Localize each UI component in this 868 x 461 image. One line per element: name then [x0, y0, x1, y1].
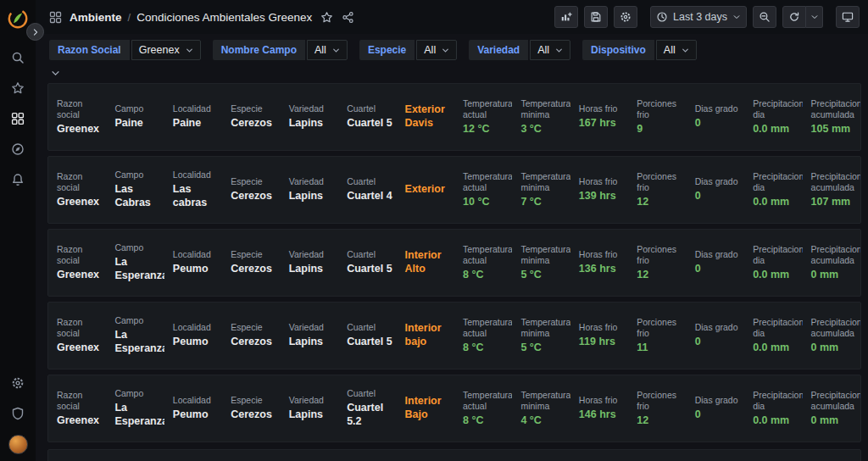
dashboards-icon[interactable] — [3, 104, 32, 133]
cell-value: 167 hrs — [579, 117, 625, 131]
cell-value: Cerezos — [231, 408, 276, 422]
stat-panel: Temperatura actual 10 °C — [454, 157, 512, 223]
cell-label: Especie — [231, 395, 276, 406]
breadcrumb-folder[interactable]: Ambiente — [70, 11, 122, 24]
cell-label: Dias grado — [695, 249, 741, 260]
cell-label: Precipitacion dia — [753, 98, 798, 120]
stat-panel: Localidad Peumo — [164, 303, 222, 369]
time-range-label: Last 3 days — [673, 11, 727, 23]
chevron-down-icon — [682, 47, 689, 54]
cell-value: 12 — [637, 196, 682, 209]
stat-panel: Cuartel Cuartel 4 — [338, 157, 396, 223]
stat-panel: Especie Cerezos — [222, 157, 280, 223]
rows: Razon social Greenex Campo Paine Localid… — [36, 81, 868, 447]
cell-label: Temperatura minima — [520, 317, 566, 339]
cell-value: 5 °C — [520, 269, 566, 282]
cell-label: Precipitacion acumulada — [811, 171, 857, 193]
stat-panel: Localidad Las cabras — [164, 157, 222, 223]
share-icon[interactable] — [342, 11, 354, 24]
cell-value: Greenex — [57, 414, 103, 428]
cell-value: 5 °C — [520, 342, 566, 355]
cell-label: Porciones frio — [637, 98, 682, 120]
stat-panel: Porciones frio 12 — [628, 375, 686, 442]
filter-dropdown[interactable]: Greenex — [131, 40, 201, 60]
dashboard-settings-button[interactable] — [614, 6, 637, 28]
filter-group: Razon Social Greenex — [49, 40, 201, 60]
filter-dropdown[interactable]: All — [416, 40, 457, 60]
sidebar — [0, 0, 36, 461]
cell-label: Porciones frio — [637, 171, 682, 193]
cell-value: 0 — [695, 117, 741, 131]
user-avatar[interactable] — [8, 435, 28, 454]
filter-value: All — [314, 44, 326, 56]
breadcrumb-dashboard-title[interactable]: Condiciones Ambientales Greenex — [136, 11, 312, 24]
stat-panel: Precipitacion acumulada 0 mm — [803, 230, 860, 296]
sidebar-expand-button[interactable] — [26, 23, 44, 41]
cell-value: 146 hrs — [579, 408, 625, 422]
stat-panel: Variedad Lapins — [281, 84, 338, 150]
stat-panel: Exterior — [397, 157, 454, 223]
configuration-gear-icon[interactable] — [3, 369, 32, 397]
toolbar-actions: Last 3 days — [554, 6, 860, 28]
stat-panel: Precipitacion acumulada 0 mm — [803, 375, 860, 442]
stat-panel: Variedad Lapins — [281, 303, 338, 369]
cell-label: Precipitacion acumulada — [811, 317, 857, 339]
stat-panel: Variedad Lapins — [281, 375, 338, 442]
chevron-down-icon — [732, 13, 741, 21]
cell-label: Horas frio — [579, 176, 625, 187]
add-panel-button[interactable] — [554, 6, 578, 28]
cell-value: Interior bajo — [405, 322, 451, 348]
cell-label: Razon social — [57, 390, 103, 412]
stat-panel: Horas frio 146 hrs — [570, 375, 628, 442]
cell-label: Localidad — [173, 322, 219, 333]
cell-value: Cuartel 4 — [347, 190, 392, 203]
cell-label: Especie — [231, 103, 276, 114]
alerting-bell-icon[interactable] — [3, 165, 32, 194]
filter-group: Nombre Campo All — [213, 40, 348, 60]
filter-dropdown[interactable]: All — [656, 40, 697, 60]
admin-shield-icon[interactable] — [3, 399, 32, 428]
app-logo[interactable] — [7, 8, 29, 30]
cell-value: Cuartel 5 — [347, 117, 392, 131]
cell-value: 136 hrs — [579, 263, 625, 276]
cell-label: Campo — [114, 242, 160, 253]
cell-label: Campo — [114, 388, 160, 399]
stat-panel: Especie Cerezos — [222, 84, 280, 150]
cell-value: 0 mm — [811, 342, 857, 355]
cell-label: Especie — [231, 322, 276, 333]
filter-value: All — [537, 44, 549, 56]
cell-value: 12 — [637, 414, 682, 428]
cell-value: Exterior — [405, 183, 451, 197]
filter-dropdown[interactable]: All — [307, 40, 348, 60]
time-range-picker[interactable]: Last 3 days — [650, 6, 747, 28]
breadcrumb-separator: / — [128, 11, 131, 24]
explore-compass-icon[interactable] — [3, 135, 32, 164]
favorite-star-icon[interactable] — [320, 11, 333, 24]
kiosk-mode-button[interactable] — [836, 6, 860, 28]
save-dashboard-button[interactable] — [584, 6, 608, 28]
zoom-out-button[interactable] — [753, 6, 776, 28]
cell-value: 3 °C — [520, 123, 566, 136]
cell-label: Especie — [231, 176, 276, 187]
cell-label: Horas frio — [579, 395, 625, 406]
stat-panel: Razon social Greenex — [48, 303, 106, 369]
filter-label: Dispositivo — [582, 40, 654, 60]
cell-value: 8 °C — [463, 414, 509, 428]
stat-panel: Precipitacion dia 0.0 mm — [744, 375, 802, 442]
refresh-interval-caret[interactable] — [806, 6, 823, 28]
search-icon[interactable] — [3, 43, 32, 72]
cell-value: Lapins — [289, 190, 335, 203]
filter-group: Dispositivo All — [582, 40, 697, 60]
stat-panel: Razon social Greenex — [48, 157, 106, 223]
stat-panel: Dias grado 0 — [687, 303, 744, 369]
refresh-button[interactable] — [782, 6, 806, 28]
cell-value: Lapins — [289, 117, 335, 131]
stat-panel: Temperatura minima 3 °C — [512, 84, 570, 150]
cell-label: Precipitacion acumulada — [811, 98, 857, 120]
filter-dropdown[interactable]: All — [530, 40, 570, 60]
cell-value: 139 hrs — [579, 190, 625, 203]
starred-icon[interactable] — [3, 74, 32, 103]
cell-label: Variedad — [289, 249, 335, 260]
chevron-down-icon — [555, 47, 563, 54]
row-collapse-toggle[interactable] — [51, 69, 60, 78]
